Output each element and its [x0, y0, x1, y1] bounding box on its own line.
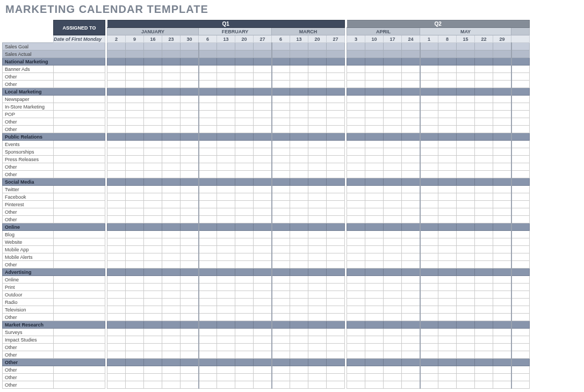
grid-cell[interactable] — [199, 223, 217, 231]
grid-cell[interactable] — [420, 374, 438, 381]
grid-cell[interactable] — [493, 344, 511, 351]
grid-cell[interactable] — [308, 163, 327, 171]
grid-cell[interactable] — [384, 299, 402, 306]
grid-cell[interactable] — [475, 291, 493, 299]
grid-cell[interactable] — [235, 253, 254, 261]
grid-cell[interactable] — [457, 163, 475, 171]
grid-cell[interactable] — [126, 336, 144, 344]
grid-cell[interactable] — [457, 314, 475, 321]
grid-cell[interactable] — [235, 43, 254, 50]
grid-cell[interactable] — [402, 201, 420, 208]
grid-cell[interactable] — [493, 103, 511, 111]
grid-cell[interactable] — [475, 88, 493, 96]
grid-cell[interactable] — [290, 50, 308, 58]
grid-cell[interactable] — [290, 118, 308, 126]
grid-cell[interactable] — [107, 359, 126, 366]
grid-cell[interactable] — [347, 50, 365, 58]
grid-cell[interactable] — [365, 156, 384, 163]
grid-cell[interactable] — [217, 268, 235, 276]
grid-cell[interactable] — [254, 88, 272, 96]
grid-cell[interactable] — [308, 246, 327, 253]
grid-cell[interactable] — [493, 231, 511, 238]
grid-cell[interactable] — [493, 366, 511, 374]
grid-cell[interactable] — [420, 359, 438, 366]
grid-cell[interactable] — [457, 156, 475, 163]
grid-cell[interactable] — [254, 133, 272, 141]
grid-cell[interactable] — [384, 96, 402, 103]
grid-cell[interactable] — [308, 201, 327, 208]
grid-cell[interactable] — [402, 148, 420, 156]
assigned-cell[interactable] — [54, 344, 105, 351]
grid-cell[interactable] — [511, 359, 530, 366]
grid-cell[interactable] — [511, 50, 530, 58]
grid-cell[interactable] — [162, 81, 181, 88]
grid-cell[interactable] — [384, 141, 402, 148]
grid-cell[interactable] — [420, 186, 438, 193]
grid-cell[interactable] — [420, 148, 438, 156]
grid-cell[interactable] — [181, 73, 199, 81]
grid-cell[interactable] — [272, 381, 290, 389]
grid-cell[interactable] — [217, 299, 235, 306]
grid-cell[interactable] — [511, 186, 530, 193]
grid-cell[interactable] — [290, 321, 308, 329]
grid-cell[interactable] — [199, 374, 217, 381]
grid-cell[interactable] — [272, 321, 290, 329]
grid-cell[interactable] — [402, 246, 420, 253]
grid-cell[interactable] — [144, 344, 162, 351]
grid-cell[interactable] — [511, 118, 530, 126]
grid-cell[interactable] — [254, 50, 272, 58]
grid-cell[interactable] — [126, 178, 144, 186]
assigned-cell[interactable] — [54, 253, 105, 261]
grid-cell[interactable] — [217, 344, 235, 351]
grid-cell[interactable] — [457, 253, 475, 261]
grid-cell[interactable] — [254, 208, 272, 216]
grid-cell[interactable] — [475, 306, 493, 314]
grid-cell[interactable] — [327, 88, 345, 96]
grid-cell[interactable] — [327, 261, 345, 268]
grid-cell[interactable] — [347, 66, 365, 73]
grid-cell[interactable] — [457, 344, 475, 351]
grid-cell[interactable] — [457, 291, 475, 299]
grid-cell[interactable] — [162, 103, 181, 111]
grid-cell[interactable] — [308, 268, 327, 276]
grid-cell[interactable] — [420, 253, 438, 261]
grid-cell[interactable] — [402, 366, 420, 374]
grid-cell[interactable] — [217, 216, 235, 223]
grid-cell[interactable] — [181, 231, 199, 238]
grid-cell[interactable] — [181, 148, 199, 156]
grid-cell[interactable] — [235, 381, 254, 389]
grid-cell[interactable] — [493, 156, 511, 163]
grid-cell[interactable] — [162, 284, 181, 291]
grid-cell[interactable] — [420, 284, 438, 291]
grid-cell[interactable] — [144, 66, 162, 73]
grid-cell[interactable] — [384, 201, 402, 208]
grid-cell[interactable] — [438, 223, 457, 231]
grid-cell[interactable] — [235, 118, 254, 126]
assigned-cell[interactable] — [54, 193, 105, 201]
grid-cell[interactable] — [493, 73, 511, 81]
grid-cell[interactable] — [126, 223, 144, 231]
grid-cell[interactable] — [511, 374, 530, 381]
assigned-cell[interactable] — [54, 148, 105, 156]
grid-cell[interactable] — [384, 148, 402, 156]
grid-cell[interactable] — [199, 186, 217, 193]
grid-cell[interactable] — [181, 253, 199, 261]
grid-cell[interactable] — [475, 329, 493, 336]
grid-cell[interactable] — [327, 208, 345, 216]
grid-cell[interactable] — [217, 111, 235, 118]
assigned-cell[interactable] — [54, 329, 105, 336]
grid-cell[interactable] — [438, 344, 457, 351]
grid-cell[interactable] — [457, 381, 475, 389]
grid-cell[interactable] — [107, 246, 126, 253]
grid-cell[interactable] — [199, 148, 217, 156]
grid-cell[interactable] — [199, 261, 217, 268]
grid-cell[interactable] — [347, 231, 365, 238]
grid-cell[interactable] — [162, 238, 181, 246]
grid-cell[interactable] — [511, 141, 530, 148]
grid-cell[interactable] — [181, 216, 199, 223]
grid-cell[interactable] — [475, 126, 493, 133]
grid-cell[interactable] — [347, 118, 365, 126]
grid-cell[interactable] — [107, 50, 126, 58]
grid-cell[interactable] — [493, 374, 511, 381]
grid-cell[interactable] — [384, 133, 402, 141]
